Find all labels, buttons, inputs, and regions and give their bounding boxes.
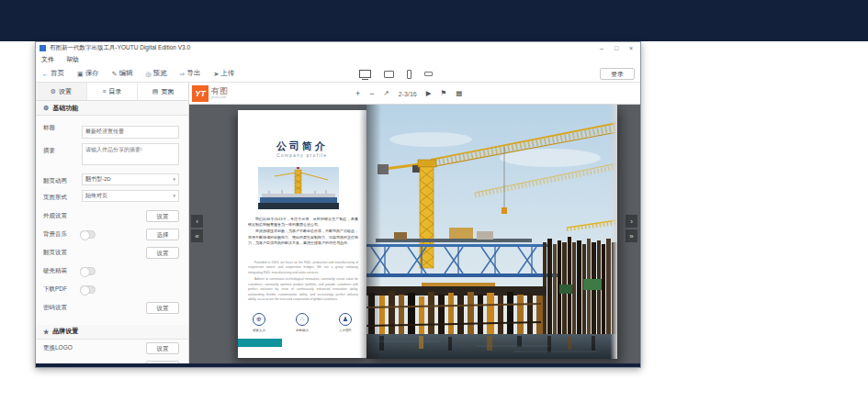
minimize-button[interactable]: – [594, 42, 609, 54]
tablet-device-icon[interactable] [384, 71, 394, 78]
hardcover-row: 硬壳精装 [36, 262, 188, 281]
section-basic-functions: ⚙ 基础功能 [36, 101, 188, 116]
spine-shadow [366, 105, 381, 359]
last-page-button[interactable]: » [626, 229, 637, 242]
section-basic-label: 基础功能 [52, 104, 78, 113]
first-page-button[interactable]: « [191, 229, 203, 242]
zoom-out-button[interactable]: − [369, 90, 374, 98]
save-label: 保存 [85, 69, 99, 78]
menu-help[interactable]: 帮助 [66, 55, 79, 64]
globe-icon: ⊕ [253, 313, 265, 326]
tab-settings-label: 设置 [59, 87, 72, 96]
close-button[interactable]: × [624, 42, 638, 54]
flip-animation-select[interactable]: 翻书型-2D ▾ [82, 173, 179, 185]
gear-icon: ⚙ [51, 88, 56, 95]
sidebar-tabs: ⚙ 设置 ≡ 目录 ▤ 页面 [36, 83, 188, 101]
app-icon [39, 45, 46, 51]
thumbnail-grid-icon[interactable]: ▦ [456, 90, 462, 97]
mini-device-icon[interactable] [424, 72, 433, 76]
book-left-page[interactable]: 公司简介 Company profile [238, 110, 366, 358]
download-pdf-label: 下载PDF [43, 285, 67, 294]
preview-magnifier-icon: ◎ [146, 71, 152, 77]
desktop-background: 有图新一代数字出版工具-YOUTU Digital Edition V3.0 –… [0, 0, 868, 413]
crane-photo-thumbnail [258, 167, 339, 209]
construction-site-photo [366, 105, 617, 359]
zoom-in-button[interactable]: + [355, 90, 360, 98]
title-label: 标题 [43, 120, 82, 139]
book-right-page[interactable] [366, 105, 617, 359]
export-label: 导出 [186, 69, 200, 78]
page-turn-settings-button[interactable]: 设置 [146, 247, 179, 259]
export-button[interactable]: ⇨ 导出 [180, 69, 201, 78]
change-logo-button[interactable]: 设置 [146, 342, 179, 354]
viewer-canvas: ‹ « › » 公司简介 Company profile [189, 105, 640, 363]
feature-caption: 研发实力 [253, 329, 265, 332]
bookmark-icon[interactable]: ⚑ [440, 90, 446, 97]
music-label: 背景音乐 [43, 230, 67, 239]
music-toggle-off[interactable] [80, 230, 96, 239]
person-icon: ♟ [339, 313, 352, 326]
hardcover-toggle-off[interactable] [80, 267, 96, 275]
right-page-nav: › » [626, 215, 637, 242]
feature-caption: 创新能力 [296, 329, 309, 332]
password-settings-button[interactable]: 设置 [146, 302, 179, 314]
menu-bar: 文件 帮助 [36, 54, 640, 65]
appearance-settings-button[interactable]: 设置 [146, 210, 179, 222]
music-choose-button[interactable]: 选择 [146, 229, 179, 240]
download-pdf-toggle-off[interactable] [80, 285, 96, 294]
download-pdf-row: 下载PDF [36, 281, 188, 299]
password-settings-row: 密码设置 设置 [36, 299, 188, 318]
tab-catalog-label: 目录 [109, 87, 122, 96]
maximize-button[interactable]: □ [609, 42, 624, 54]
save-button[interactable]: ▣ 保存 [77, 69, 99, 78]
upload-button[interactable]: ➤ 上传 [213, 69, 234, 78]
feature-item: ♟ 人才团队 [333, 313, 357, 332]
feature-icons-row: ⊕ 研发实力 ∴ 创新能力 ♟ 人才团队 [238, 313, 366, 332]
login-button[interactable]: 登录 [600, 68, 635, 80]
summary-input[interactable] [82, 143, 179, 165]
upload-label: 上传 [220, 69, 234, 78]
export-icon: ⇨ [180, 71, 186, 77]
summary-label: 摘要 [43, 143, 82, 169]
english-body-text: Founded in 2003, we focus on the R&D, pr… [248, 261, 358, 305]
turn-settings-label: 翻页设置 [43, 249, 67, 257]
preview-button[interactable]: ◎ 预览 [146, 69, 167, 78]
desktop-device-icon[interactable] [359, 70, 371, 78]
tab-catalog[interactable]: ≡ 目录 [87, 83, 139, 100]
section-brand-settings: ★ 品牌设置 [36, 325, 188, 340]
title-bar[interactable]: 有图新一代数字出版工具-YOUTU Digital Edition V3.0 –… [36, 42, 640, 54]
home-button[interactable]: ← 首页 [42, 69, 64, 78]
edit-button[interactable]: ✎ 编辑 [112, 69, 133, 78]
app-body: ⚙ 设置 ≡ 目录 ▤ 页面 ⚙ 基础功能 [36, 83, 640, 363]
page-form-select[interactable]: 始终对页 ▾ [82, 190, 179, 202]
viewer-header: YT 有图 youtu.com + − ↗ 2-3/16 ▶ ⚑ ▦ [189, 83, 640, 105]
edit-label: 编辑 [119, 69, 133, 78]
desktop-top-band [0, 0, 868, 41]
autoplay-button[interactable]: ▶ [426, 90, 432, 97]
tab-settings[interactable]: ⚙ 设置 [36, 83, 87, 100]
title-input[interactable] [82, 126, 179, 139]
teal-accent-bar [238, 339, 282, 347]
chevron-down-icon: ▾ [173, 176, 175, 182]
save-icon: ▣ [77, 71, 84, 77]
page-form-row: 页面形式 始终对页 ▾ [36, 185, 188, 202]
next-page-button[interactable]: › [626, 215, 637, 228]
tab-pages[interactable]: ▤ 页面 [138, 83, 188, 100]
fullscreen-icon[interactable]: ↗ [384, 90, 389, 97]
menu-file[interactable]: 文件 [41, 55, 54, 64]
window-bottom-edge [36, 363, 640, 367]
settings-sidebar: ⚙ 设置 ≡ 目录 ▤ 页面 ⚙ 基础功能 [36, 83, 189, 363]
gear-icon: ⚙ [43, 105, 49, 111]
page-indicator: 2-3/16 [399, 91, 417, 97]
title-field-row: 标题 [36, 116, 188, 139]
hardcover-label: 硬壳精装 [43, 267, 67, 275]
phone-device-icon[interactable] [407, 70, 411, 79]
prev-page-button[interactable]: ‹ [191, 215, 203, 228]
change-logo-label: 更换LOGO [43, 344, 73, 352]
left-page-nav: ‹ « [191, 215, 203, 242]
chevron-down-icon: ▾ [173, 193, 175, 198]
page-icon: ▤ [152, 88, 159, 95]
main-toolbar: ← 首页 ▣ 保存 ✎ 编辑 ◎ 预览 ⇨ 导出 ➤ 上传 [36, 65, 640, 83]
appearance-settings-row: 外观设置 设置 [36, 207, 188, 226]
star-icon: ★ [43, 329, 49, 335]
